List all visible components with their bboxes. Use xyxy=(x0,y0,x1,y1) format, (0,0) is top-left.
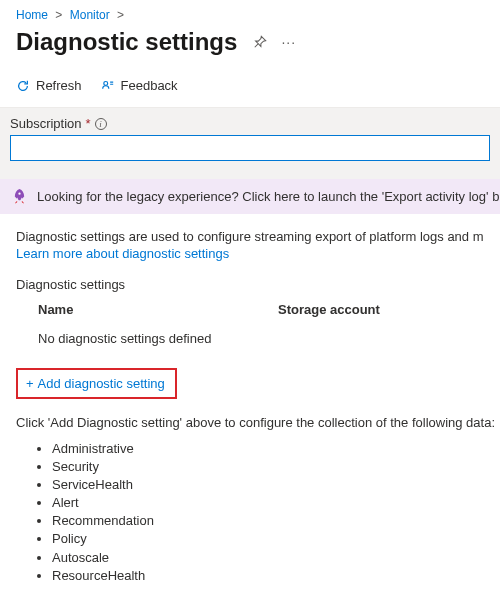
page-title: Diagnostic settings xyxy=(16,28,237,56)
add-diagnostic-highlight: + Add diagnostic setting xyxy=(16,368,177,399)
refresh-icon xyxy=(16,79,30,93)
description-text: Diagnostic settings are used to configur… xyxy=(16,228,484,246)
list-item: Security xyxy=(52,458,500,476)
list-item: Recommendation xyxy=(52,512,500,530)
refresh-button[interactable]: Refresh xyxy=(16,78,82,93)
subscription-label: Subscription * i xyxy=(10,116,490,131)
info-icon[interactable]: i xyxy=(95,118,107,130)
list-item: Alert xyxy=(52,494,500,512)
refresh-label: Refresh xyxy=(36,78,82,93)
required-asterisk: * xyxy=(86,116,91,131)
feedback-label: Feedback xyxy=(121,78,178,93)
more-icon[interactable]: ··· xyxy=(281,34,296,50)
learn-more-link[interactable]: Learn more about diagnostic settings xyxy=(16,246,229,261)
svg-point-0 xyxy=(103,81,107,85)
settings-section-label: Diagnostic settings xyxy=(16,277,484,292)
list-item: Policy xyxy=(52,530,500,548)
feedback-button[interactable]: Feedback xyxy=(100,78,178,93)
add-diagnostic-setting-button[interactable]: + Add diagnostic setting xyxy=(26,376,165,391)
legacy-banner[interactable]: Looking for the legacy experience? Click… xyxy=(0,179,500,214)
breadcrumb-home[interactable]: Home xyxy=(16,8,48,22)
hint-text: Click 'Add Diagnostic setting' above to … xyxy=(0,399,500,434)
legacy-banner-text: Looking for the legacy experience? Click… xyxy=(37,189,500,204)
table-empty-row: No diagnostic settings defined xyxy=(16,325,484,360)
svg-point-1 xyxy=(18,193,20,195)
chevron-right-icon: > xyxy=(117,8,124,22)
column-storage: Storage account xyxy=(278,302,380,317)
subscription-panel: Subscription * i xyxy=(0,107,500,179)
list-item: Administrative xyxy=(52,440,500,458)
categories-list: Administrative Security ServiceHealth Al… xyxy=(0,434,500,586)
breadcrumb: Home > Monitor > xyxy=(0,0,500,26)
column-name: Name xyxy=(38,302,278,317)
plus-icon: + xyxy=(26,376,34,391)
pin-icon[interactable] xyxy=(253,35,267,49)
subscription-label-text: Subscription xyxy=(10,116,82,131)
list-item: ResourceHealth xyxy=(52,567,500,585)
subscription-input[interactable] xyxy=(10,135,490,161)
breadcrumb-monitor[interactable]: Monitor xyxy=(70,8,110,22)
toolbar: Refresh Feedback xyxy=(0,72,500,107)
add-diagnostic-label: Add diagnostic setting xyxy=(38,376,165,391)
content-area: Diagnostic settings are used to configur… xyxy=(0,214,500,368)
rocket-icon xyxy=(12,189,27,204)
list-item: ServiceHealth xyxy=(52,476,500,494)
table-header: Name Storage account xyxy=(16,292,484,325)
list-item: Autoscale xyxy=(52,549,500,567)
feedback-icon xyxy=(100,79,115,93)
chevron-right-icon: > xyxy=(55,8,62,22)
page-header: Diagnostic settings ··· xyxy=(0,26,500,72)
